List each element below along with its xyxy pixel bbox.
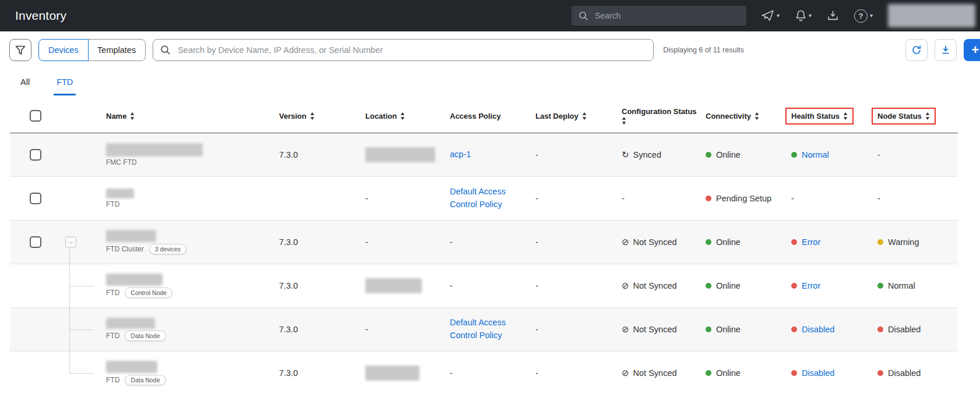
templates-tab-button[interactable]: Templates <box>87 39 146 61</box>
deployment-button[interactable] <box>827 10 838 21</box>
column-header-access-policy: Access Policy <box>450 112 535 120</box>
node-status-cell: - <box>877 150 958 159</box>
connectivity-label: Online <box>716 325 741 334</box>
column-header-connectivity[interactable]: Connectivity <box>706 112 791 120</box>
column-label: Node Status <box>877 112 922 120</box>
connectivity-label: Online <box>716 150 741 159</box>
column-label: Access Policy <box>450 112 500 120</box>
health-status-link[interactable]: Disabled <box>802 325 834 334</box>
sort-icon[interactable] <box>582 112 587 120</box>
device-row-cluster-node: FTD Data Node 7.3.0 - - ⊘ Not Synced Onl… <box>10 352 958 394</box>
help-icon: ? <box>854 9 868 23</box>
tab-ftd[interactable]: FTD <box>54 77 76 95</box>
status-dot <box>706 239 711 245</box>
not-synced-icon: ⊘ <box>622 281 629 291</box>
device-type-tabs: All FTD <box>0 69 980 95</box>
sort-icon[interactable] <box>130 112 135 120</box>
funnel-icon <box>15 45 26 55</box>
chevron-down-icon: ▾ <box>777 13 780 19</box>
tree-line <box>70 373 94 374</box>
row-checkbox[interactable] <box>30 193 41 204</box>
status-dot <box>877 283 883 289</box>
add-device-button[interactable]: + <box>964 39 980 61</box>
column-header-last-deploy[interactable]: Last Deploy <box>535 112 622 120</box>
column-header-location[interactable]: Location <box>365 112 450 120</box>
announcements-menu[interactable]: ▾ <box>762 10 780 22</box>
not-synced-icon: ⊘ <box>622 324 629 335</box>
connectivity-cell: Online <box>706 150 791 159</box>
select-all-checkbox[interactable] <box>30 110 41 122</box>
sort-icon[interactable] <box>843 112 848 120</box>
health-status-highlight: Health Status <box>785 108 854 125</box>
health-status-link[interactable]: Error <box>802 237 820 247</box>
column-label: Health Status <box>791 112 840 120</box>
collapse-expander-icon[interactable]: − <box>65 237 76 248</box>
search-icon <box>160 45 171 55</box>
top-app-bar: Inventory ▾ ▾ ? <box>0 0 980 31</box>
sort-icon[interactable] <box>755 112 759 120</box>
row-checkbox[interactable] <box>30 149 41 161</box>
plus-icon: + <box>972 42 979 58</box>
column-header-configuration-status[interactable]: Configuration Status <box>622 107 706 125</box>
global-search-input[interactable] <box>594 10 739 21</box>
version-cell: 7.3.0 <box>279 325 365 334</box>
chevron-down-icon: ▾ <box>870 13 873 19</box>
connectivity-label: Online <box>716 368 741 378</box>
access-policy-link[interactable]: acp-1 <box>450 148 471 161</box>
health-status-cell: Error <box>791 237 877 247</box>
devices-tab-button[interactable]: Devices <box>38 39 89 61</box>
redacted-user-account[interactable] <box>888 4 975 27</box>
sort-icon[interactable] <box>310 112 315 120</box>
access-policy-link[interactable]: Default Access Control Policy <box>450 186 515 211</box>
device-type-label: FTD <box>106 200 119 208</box>
config-status-label: Not Synced <box>633 237 677 247</box>
location-cell: - <box>365 194 450 203</box>
status-dot <box>791 370 797 376</box>
device-type-label: FTD Cluster <box>106 245 144 253</box>
version-cell: 7.3.0 <box>279 368 365 378</box>
redacted-location <box>365 147 435 162</box>
health-status-link[interactable]: Disabled <box>802 368 834 378</box>
device-search-input[interactable] <box>177 45 646 55</box>
refresh-button[interactable] <box>905 39 928 61</box>
device-row-cluster: − FTD Cluster 3 devices 7.3.0 - - - ⊘ No… <box>10 221 958 264</box>
sort-icon[interactable] <box>622 117 626 125</box>
data-node-badge: Data Node <box>125 375 165 385</box>
redacted-device-name <box>106 230 156 242</box>
device-search[interactable] <box>153 39 654 61</box>
config-status-label: Synced <box>633 150 661 159</box>
device-count-badge: 3 devices <box>149 244 186 254</box>
tree-line <box>70 286 94 286</box>
not-synced-icon: ⊘ <box>622 368 629 378</box>
health-status-cell: Disabled <box>791 325 877 334</box>
not-synced-icon: ⊘ <box>622 237 629 247</box>
last-deploy-cell: - <box>535 368 622 378</box>
column-header-health-status[interactable]: Health Status <box>791 108 877 125</box>
connectivity-cell: Online <box>706 325 791 334</box>
column-label: Location <box>365 112 397 120</box>
health-status-link[interactable]: Error <box>802 281 820 290</box>
notifications-menu[interactable]: ▾ <box>795 10 812 22</box>
tab-all[interactable]: All <box>17 77 33 95</box>
global-search[interactable] <box>572 6 746 26</box>
status-dot <box>791 239 797 245</box>
health-status-link[interactable]: Normal <box>802 150 829 159</box>
download-button[interactable] <box>935 39 957 61</box>
status-dot <box>706 283 711 289</box>
status-dot <box>791 283 797 289</box>
filter-button[interactable] <box>9 39 31 61</box>
help-menu[interactable]: ? ▾ <box>854 9 873 23</box>
inventory-table: Name Version Location Access Policy Last… <box>10 99 958 394</box>
chevron-down-icon: ▾ <box>809 13 812 19</box>
access-policy-link[interactable]: Default Access Control Policy <box>450 317 515 342</box>
sort-icon[interactable] <box>925 112 930 120</box>
column-label: Configuration Status <box>622 107 697 116</box>
status-dot <box>706 152 711 158</box>
column-header-version[interactable]: Version <box>279 112 365 120</box>
sort-icon[interactable] <box>400 112 405 120</box>
column-header-node-status[interactable]: Node Status <box>877 108 958 125</box>
row-checkbox[interactable] <box>30 236 41 248</box>
column-header-name[interactable]: Name <box>98 112 279 120</box>
data-node-badge: Data Node <box>125 331 165 341</box>
access-policy-cell: Default Access Control Policy <box>450 317 535 342</box>
